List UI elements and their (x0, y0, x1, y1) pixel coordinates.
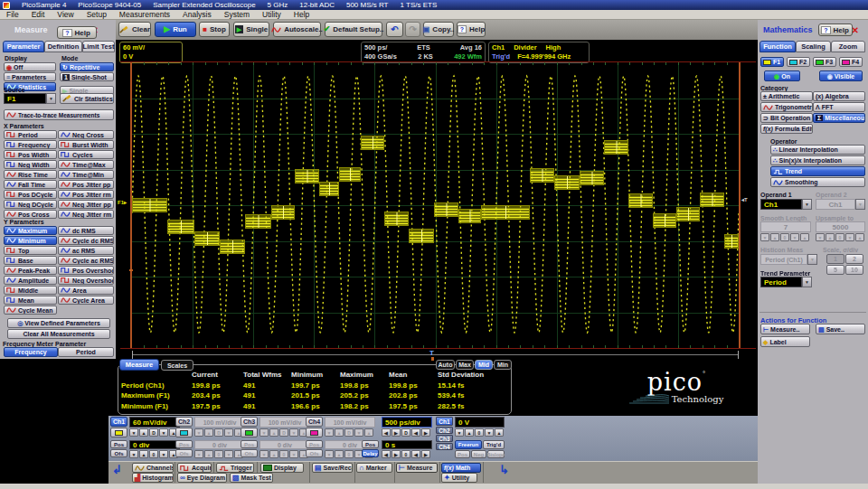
step-left-icon[interactable]: ◀ (411, 428, 420, 437)
default-button[interactable]: D (149, 428, 158, 437)
param-neg-jitter-pp-button[interactable]: Neg Jitter pp (58, 200, 114, 209)
param-dc-rms-button[interactable]: dc RMS (58, 226, 114, 235)
param-cycles-button[interactable]: Cycles (58, 150, 114, 159)
tab-marker[interactable]: ∩Marker (356, 463, 392, 473)
tab-channels[interactable]: Channels (132, 463, 174, 473)
display-parameters-button[interactable]: ≡Parameters (4, 72, 56, 81)
param-pos-jitter-rms-button[interactable]: Pos Jitter rm (58, 190, 114, 199)
param-cycle-area-button[interactable]: Cycle Area (58, 296, 114, 305)
param-neg-cross-button[interactable]: Neg Cross (58, 130, 114, 139)
menu-help[interactable]: Help (288, 10, 316, 19)
param-neg-jitter-rms-button[interactable]: Neg Jitter rm (58, 210, 114, 219)
param-neg-dcycle-button[interactable]: Neg DCycle (4, 200, 57, 209)
undo-button[interactable]: ↶ (386, 22, 403, 37)
trigger-mode-trigd-button[interactable]: Trig'd (483, 440, 505, 449)
tab-display[interactable]: Display (260, 463, 304, 473)
param-cycle-dc-rms-button[interactable]: Cycle dc RMS (58, 236, 114, 245)
param-peak-peak-button[interactable]: Peak-Peak (4, 266, 57, 275)
param-cycle-mean-button[interactable]: Cycle Mean (4, 306, 57, 315)
source-dropdown[interactable]: F1 ▼ (4, 93, 56, 104)
action-measure-button[interactable]: ⊢Measure.. (760, 324, 810, 334)
menu-analysis[interactable]: Analysis (176, 10, 218, 19)
step-down-icon[interactable]: ▼ (455, 428, 464, 437)
param-minimum-button[interactable]: Minimum (4, 236, 57, 245)
default-setup-button[interactable]: ✔Default Setup.. (325, 22, 382, 37)
delay-value[interactable]: 0 s (382, 440, 432, 449)
single-button[interactable]: ▶Single (233, 22, 269, 37)
menu-file[interactable]: File (0, 10, 25, 19)
ch4-color-swatch[interactable] (306, 428, 323, 437)
operator-trend-button[interactable]: Trend (770, 166, 865, 176)
docker-height-max-button[interactable]: Max (456, 360, 474, 370)
param-maximum-button[interactable]: Maximum (4, 226, 57, 235)
step-right-icon[interactable]: ▶ (421, 428, 430, 437)
step-down-icon[interactable]: ▼ (159, 450, 168, 458)
step-up-icon[interactable]: ▲ (139, 450, 148, 458)
trigger-source-ch3[interactable]: Ch3 (436, 435, 453, 442)
view-defined-parameters-button[interactable]: ◎View Defined Parameters (7, 318, 110, 328)
redo-button[interactable]: ↷ (405, 22, 420, 37)
tab-math[interactable]: f(x)Math (441, 463, 481, 473)
run-button[interactable]: ▶Run (155, 22, 196, 37)
trigger-source-ch2[interactable]: Ch2 (436, 427, 453, 434)
menu-utility[interactable]: Utility (256, 10, 288, 19)
param-mean-button[interactable]: Mean (4, 296, 57, 305)
autoscale-button[interactable]: Autoscale.. (273, 22, 321, 37)
docker-height-min-button[interactable]: Min (494, 360, 512, 370)
stop-button[interactable]: ■Stop (199, 22, 230, 37)
menu-edit[interactable]: Edit (25, 10, 52, 19)
timebase-pos-button[interactable]: Pos (362, 440, 379, 448)
ch4-button[interactable]: Ch4 (306, 417, 323, 427)
step-up-icon[interactable]: ▲ (495, 428, 504, 437)
timeline-trigger-marker[interactable]: T (429, 350, 434, 357)
step-right-icon[interactable]: ▶ (392, 428, 401, 437)
tab-definition[interactable]: Definition (44, 41, 82, 52)
step-right-icon[interactable]: ▶ (392, 450, 401, 458)
zero-button[interactable]: 0 (401, 450, 410, 458)
f4-button[interactable]: F4 (839, 57, 863, 67)
docker-height-auto-button[interactable]: Auto (436, 360, 455, 370)
dropdown-arrow-icon[interactable]: ▼ (46, 93, 56, 104)
param-burst-width-button[interactable]: Burst Width (58, 140, 114, 149)
clear-button[interactable]: Clear (118, 22, 151, 37)
display-off-button[interactable]: ◉Off (4, 62, 56, 71)
param-pos-overshoot-button[interactable]: Pos Overshoot (58, 266, 114, 275)
dropdown-arrow-icon[interactable]: ▼ (802, 199, 812, 210)
menu-measurements[interactable]: Measurements (113, 10, 176, 19)
tab-measure[interactable]: ⊢Measure (396, 463, 438, 473)
math-close-icon[interactable]: ✕ (852, 25, 859, 35)
zero-button[interactable]: 0 (149, 450, 158, 458)
ch1-color-swatch[interactable] (110, 428, 127, 437)
tab-zoom[interactable]: Zoom (831, 41, 865, 52)
trigger-level-marker[interactable]: ◂T (741, 197, 748, 202)
param-pos-jitter-pp-button[interactable]: Pos Jitter pp (58, 180, 114, 189)
category-algebra-button[interactable]: (x)Algebra (813, 91, 865, 101)
operator-linear-interp-button[interactable]: ∴Linear Interpolation (770, 145, 865, 155)
trend-parameter-dropdown[interactable]: Period ▼ (760, 277, 812, 287)
param-pos-dcycle-button[interactable]: Pos DCycle (4, 190, 57, 199)
tab-scroll-right-icon[interactable]: ↳ (499, 463, 509, 476)
ch1-pos-button[interactable]: Pos (110, 440, 127, 448)
toolbar-help-button[interactable]: ?Help (457, 22, 486, 37)
param-rise-time-button[interactable]: Rise Time (4, 170, 57, 179)
category-arithmetic-button[interactable]: ±Arithmetic (760, 91, 813, 101)
param-top-button[interactable]: Top (4, 246, 57, 255)
menu-view[interactable]: View (51, 10, 80, 19)
step-down-icon[interactable]: ▼ (129, 450, 138, 458)
operator-smoothing-button[interactable]: Smoothing (770, 177, 865, 187)
param-pos-cross-button[interactable]: Pos Cross (4, 210, 57, 219)
trigger-source-ch4[interactable]: Ch4 (436, 443, 453, 450)
category-fft-button[interactable]: ΛFFT (813, 102, 865, 112)
ch1-scale-value[interactable]: 60 mV/div (129, 417, 180, 428)
ch3-color-swatch[interactable] (241, 428, 258, 437)
ch1-ofs-button[interactable]: Ofs (110, 449, 127, 457)
f3-button[interactable]: F3 (813, 57, 836, 67)
tab-save-recall[interactable]: ▤Save/Recall (312, 463, 353, 473)
param-base-button[interactable]: Base (4, 256, 57, 265)
operand1-dropdown[interactable]: Ch1 ▼ (760, 199, 812, 210)
param-neg-width-button[interactable]: Neg Width (4, 160, 57, 169)
clr-statistics-button[interactable]: Clr Statistics (60, 93, 114, 104)
category-formula-editor-button[interactable]: f(x)Formula Editor (760, 124, 813, 134)
step-up-icon[interactable]: ▲ (139, 428, 148, 437)
operator-sinx-interp-button[interactable]: ∴Sin(x)/x Interpolation (770, 155, 865, 165)
